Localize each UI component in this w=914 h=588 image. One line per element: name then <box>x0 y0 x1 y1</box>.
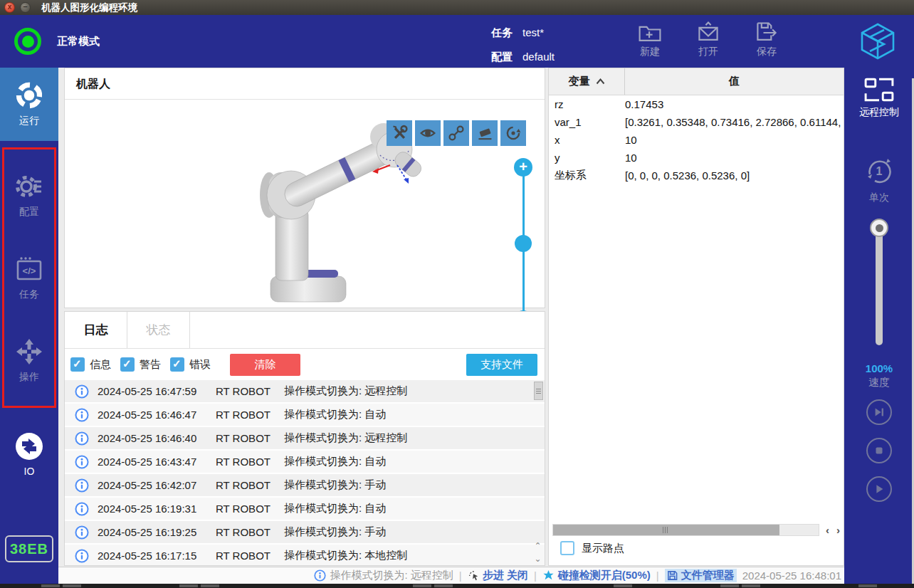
zoom-in-button[interactable]: + <box>514 158 532 177</box>
log-filterbar: 信息 警告 错误 清除 支持文件 <box>65 349 545 380</box>
log-list: 2024-05-25 16:47:59 RT ROBOT 操作模式切换为: 远程… <box>65 380 545 566</box>
rotate-icon <box>505 125 522 142</box>
log-row[interactable]: 2024-05-25 16:19:31 RT ROBOT 操作模式切换为: 自动 <box>65 498 545 521</box>
path-icon <box>448 125 465 142</box>
move-arrows-icon <box>15 337 43 366</box>
header: 正常模式 任务test* 配置default 新建 打开 <box>0 15 914 68</box>
step-forward-button[interactable] <box>866 399 892 425</box>
info-icon <box>75 408 89 422</box>
info-icon <box>75 525 89 540</box>
path-button[interactable] <box>443 120 469 146</box>
config-label: 配置 <box>491 51 513 63</box>
sidebar-item-task[interactable]: </> 任务 <box>4 246 54 309</box>
status-badge: 38EB <box>5 535 53 562</box>
config-value: default <box>522 51 555 63</box>
show-waypoints-checkbox[interactable]: 显示路点 <box>560 541 624 555</box>
log-time: 2024-05-25 16:19:31 <box>98 503 216 515</box>
open-button[interactable]: 打开 <box>685 20 732 64</box>
log-time: 2024-05-25 16:46:40 <box>98 432 216 444</box>
log-message: 操作模式切换为: 远程控制 <box>284 431 545 445</box>
filter-warning-checkbox[interactable]: 警告 <box>120 357 161 372</box>
variable-row[interactable]: x 10 <box>549 131 844 149</box>
eraser-icon <box>476 125 493 142</box>
variable-name: y <box>555 152 625 164</box>
variable-row[interactable]: var_1 [0.3261, 0.35348, 0.73416, 2.72866… <box>549 113 844 131</box>
log-time: 2024-05-25 16:17:15 <box>98 550 216 562</box>
variable-value: 0.17453 <box>625 98 844 110</box>
variable-value: 10 <box>625 134 844 146</box>
log-scrollbar[interactable] <box>534 382 543 564</box>
new-button[interactable]: 新建 <box>626 20 673 64</box>
eraser-button[interactable] <box>472 120 498 146</box>
log-message: 操作模式切换为: 本地控制 <box>284 549 545 562</box>
play-button[interactable] <box>866 476 892 502</box>
slider-track[interactable] <box>876 226 883 345</box>
info-icon <box>75 502 89 516</box>
info-icon <box>75 455 89 469</box>
filter-info-checkbox[interactable]: 信息 <box>70 357 111 372</box>
collision-detection-toggle[interactable]: 碰撞检测开启(50%) <box>542 569 651 582</box>
svg-text:1: 1 <box>876 165 883 177</box>
tools-icon <box>391 125 408 142</box>
robot-panel: 机器人 <box>64 68 545 308</box>
column-variable[interactable]: 变量 <box>549 68 625 95</box>
log-row[interactable]: 2024-05-25 16:43:47 RT ROBOT 操作模式切换为: 自动 <box>65 451 545 474</box>
eye-icon <box>419 125 436 142</box>
status-datetime: 2024-05-25 16:48:01 <box>742 569 841 582</box>
close-icon[interactable]: x <box>4 2 15 13</box>
speed-value: 100% <box>844 362 914 374</box>
scroll-left-icon[interactable]: ‹ <box>826 524 829 536</box>
scroll-up-icon[interactable]: ⌃ <box>532 541 543 551</box>
scrollbar-thumb[interactable] <box>534 382 543 400</box>
tab-status[interactable]: 状态 <box>127 312 190 348</box>
gear-icon <box>15 172 43 201</box>
log-source: RT ROBOT <box>216 503 284 515</box>
sidebar-item-io[interactable]: IO <box>0 422 58 486</box>
column-value: 值 <box>625 68 844 95</box>
save-button[interactable]: 保存 <box>743 20 790 64</box>
sidebar-item-run[interactable]: 运行 <box>0 68 58 141</box>
log-row[interactable]: 2024-05-25 16:46:47 RT ROBOT 操作模式切换为: 自动 <box>65 404 545 427</box>
stop-button[interactable] <box>866 438 892 463</box>
single-cycle-button[interactable]: 1 单次 <box>844 154 914 204</box>
log-row[interactable]: 2024-05-25 16:42:07 RT ROBOT 操作模式切换为: 手动 <box>65 474 545 498</box>
info-icon <box>75 384 89 399</box>
hscrollbar-thumb[interactable] <box>553 525 779 535</box>
app-logo-icon <box>860 23 895 60</box>
log-row[interactable]: 2024-05-25 16:17:15 RT ROBOT 操作模式切换为: 本地… <box>65 545 545 566</box>
variables-rows: rz 0.17453 var_1 [0.3261, 0.35348, 0.734… <box>549 95 844 184</box>
tools-button[interactable] <box>387 120 412 146</box>
window-title: 机器人图形化编程环境 <box>41 1 137 14</box>
variable-row[interactable]: 坐标系 [0, 0, 0, 0.5236, 0.5236, 0] <box>549 167 844 184</box>
slider-handle[interactable] <box>870 219 888 237</box>
variables-hscrollbar[interactable] <box>552 524 819 536</box>
variables-panel: 变量 值 rz 0.17453 var_1 [0.3261, 0.35348, … <box>548 68 844 566</box>
log-time: 2024-05-25 16:19:25 <box>98 526 216 538</box>
variable-name: var_1 <box>555 116 625 128</box>
rotate-view-button[interactable] <box>500 120 526 146</box>
sidebar-item-config[interactable]: 配置 <box>4 164 54 226</box>
background-taskbar <box>0 584 914 588</box>
zoom-slider-handle[interactable] <box>515 235 532 252</box>
step-mode-toggle[interactable]: 步进 关闭 <box>468 569 528 582</box>
scroll-down-icon[interactable]: ⌄ <box>532 554 543 564</box>
minimize-icon[interactable]: – <box>20 2 31 13</box>
sidebar-item-operate[interactable]: 操作 <box>4 329 54 392</box>
support-file-button[interactable]: 支持文件 <box>466 354 537 376</box>
filter-error-checkbox[interactable]: 错误 <box>170 357 211 372</box>
variable-row[interactable]: rz 0.17453 <box>549 95 844 113</box>
visibility-button[interactable] <box>415 120 441 146</box>
clear-button[interactable]: 清除 <box>230 354 300 376</box>
remote-control-button[interactable]: 远程控制 <box>844 78 914 119</box>
variable-row[interactable]: y 10 <box>549 149 844 167</box>
file-manager-button[interactable]: 文件管理器 <box>665 569 737 582</box>
log-row[interactable]: 2024-05-25 16:19:25 RT ROBOT 操作模式切换为: 手动 <box>65 521 545 545</box>
task-value: test* <box>522 26 544 38</box>
tab-log[interactable]: 日志 <box>65 312 127 348</box>
log-scroll-arrows: ⌃ ⌄ <box>532 541 543 564</box>
log-row[interactable]: 2024-05-25 16:46:40 RT ROBOT 操作模式切换为: 远程… <box>65 427 545 451</box>
log-source: RT ROBOT <box>216 479 284 491</box>
scroll-right-icon[interactable]: › <box>836 524 840 536</box>
variable-value: 10 <box>625 152 844 164</box>
log-row[interactable]: 2024-05-25 16:47:59 RT ROBOT 操作模式切换为: 远程… <box>65 380 545 404</box>
